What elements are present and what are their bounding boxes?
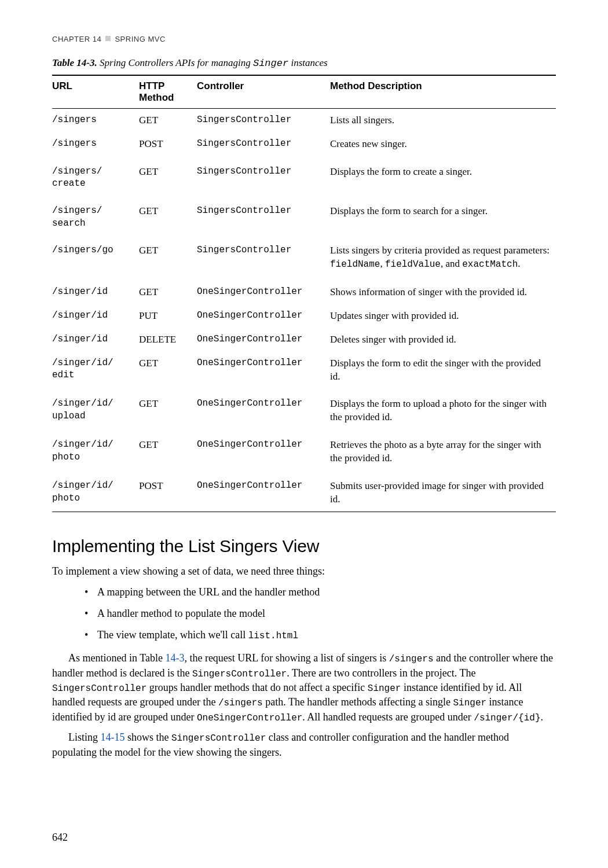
table-row: /singer/idGETOneSingerControllerShows in…	[52, 277, 556, 304]
cell-method: GET	[139, 235, 197, 277]
table-row: /singersGETSingersControllerLists all si…	[52, 109, 556, 133]
table-row: /singersPOSTSingersControllerCreates new…	[52, 133, 556, 156]
cell-method: POST	[139, 470, 197, 512]
cell-url: /singer/id/ photo	[52, 470, 139, 512]
table-row: /singers/ searchGETSingersControllerDisp…	[52, 196, 556, 235]
table-row: /singers/ createGETSingersControllerDisp…	[52, 156, 556, 196]
cell-controller: SingersController	[197, 133, 330, 156]
cell-controller: OneSingerController	[197, 429, 330, 470]
cell-controller: SingersController	[197, 156, 330, 196]
table-caption-label: Table 14-3.	[52, 57, 97, 68]
table-row: /singer/id/ photoGETOneSingerControllerR…	[52, 429, 556, 470]
bullet-item: The view template, which we'll call list…	[97, 627, 556, 643]
cell-controller: SingersController	[197, 109, 330, 133]
cell-controller: OneSingerController	[197, 277, 330, 304]
cell-url: /singer/id/ edit	[52, 352, 139, 389]
table-row: /singer/id/ uploadGETOneSingerController…	[52, 388, 556, 429]
cell-method: GET	[139, 196, 197, 235]
cell-url: /singer/id	[52, 277, 139, 304]
table-caption-prefix: Spring Controllers APIs for managing	[100, 57, 253, 68]
th-desc: Method Description	[330, 75, 556, 109]
th-controller: Controller	[197, 75, 330, 109]
table-row: /singer/id/ photoPOSTOneSingerController…	[52, 470, 556, 512]
cell-method: GET	[139, 429, 197, 470]
cell-controller: OneSingerController	[197, 470, 330, 512]
cell-controller: SingersController	[197, 235, 330, 277]
table-row: /singers/goGETSingersControllerLists sin…	[52, 235, 556, 277]
cell-method: GET	[139, 277, 197, 304]
bullet-item: A mapping between the URL and the handle…	[97, 584, 556, 600]
bullet-item: A handler method to populate the model	[97, 606, 556, 621]
cell-desc: Displays the form to search for a singer…	[330, 196, 556, 235]
table-caption: Table 14-3. Spring Controllers APIs for …	[52, 57, 556, 69]
cell-desc: Displays the form to create a singer.	[330, 156, 556, 196]
table-caption-code: Singer	[253, 58, 288, 69]
cell-url: /singers/go	[52, 235, 139, 277]
table-ref-link[interactable]: 14-3	[165, 652, 184, 664]
cell-desc: Submits user-provided image for singer w…	[330, 470, 556, 512]
cell-controller: OneSingerController	[197, 304, 330, 328]
bullet-prefix: The view template, which we'll call	[97, 629, 248, 641]
chapter-header: CHAPTER 14 SPRING MVC	[52, 35, 556, 43]
table-row: /singer/idDELETEOneSingerControllerDelet…	[52, 328, 556, 352]
cell-desc: Lists singers by criteria provided as re…	[330, 235, 556, 277]
cell-desc: Retrieves the photo as a byte array for …	[330, 429, 556, 470]
paragraph-1: As mentioned in Table 14-3, the request …	[52, 651, 556, 724]
cell-url: /singer/id/ photo	[52, 429, 139, 470]
table-caption-suffix: instances	[288, 57, 328, 68]
cell-url: /singer/id	[52, 304, 139, 328]
cell-desc: Deletes singer with provided id.	[330, 328, 556, 352]
cell-desc: Lists all singers.	[330, 109, 556, 133]
cell-method: GET	[139, 109, 197, 133]
cell-controller: OneSingerController	[197, 388, 330, 429]
cell-method: PUT	[139, 304, 197, 328]
table-row: /singer/id/ editGETOneSingerControllerDi…	[52, 352, 556, 389]
cell-controller: SingersController	[197, 196, 330, 235]
cell-desc: Shows information of singer with the pro…	[330, 277, 556, 304]
cell-method: DELETE	[139, 328, 197, 352]
page-number: 642	[52, 832, 68, 844]
sep-icon	[105, 36, 111, 41]
cell-url: /singers	[52, 109, 139, 133]
listing-ref-link[interactable]: 14-15	[101, 731, 125, 743]
paragraph-2: Listing 14-15 shows the SingersControlle…	[52, 730, 556, 760]
bullet-code: list.html	[248, 631, 298, 641]
bullet-list: A mapping between the URL and the handle…	[52, 584, 556, 643]
cell-url: /singers/ search	[52, 196, 139, 235]
cell-desc: Displays the form to upload a photo for …	[330, 388, 556, 429]
api-table: URL HTTP Method Controller Method Descri…	[52, 75, 556, 512]
cell-method: GET	[139, 156, 197, 196]
section-title: Implementing the List Singers View	[52, 536, 556, 556]
chapter-label: CHAPTER 14	[52, 35, 101, 43]
cell-desc: Displays the form to edit the singer wit…	[330, 352, 556, 389]
cell-controller: OneSingerController	[197, 352, 330, 389]
th-url: URL	[52, 75, 139, 109]
cell-method: GET	[139, 388, 197, 429]
cell-method: POST	[139, 133, 197, 156]
cell-url: /singers/ create	[52, 156, 139, 196]
cell-method: GET	[139, 352, 197, 389]
cell-controller: OneSingerController	[197, 328, 330, 352]
cell-url: /singers	[52, 133, 139, 156]
cell-desc: Updates singer with provided id.	[330, 304, 556, 328]
section-intro: To implement a view showing a set of dat…	[52, 564, 556, 579]
cell-url: /singer/id	[52, 328, 139, 352]
chapter-title: SPRING MVC	[115, 35, 165, 43]
table-row: /singer/idPUTOneSingerControllerUpdates …	[52, 304, 556, 328]
cell-url: /singer/id/ upload	[52, 388, 139, 429]
th-method: HTTP Method	[139, 75, 197, 109]
cell-desc: Creates new singer.	[330, 133, 556, 156]
